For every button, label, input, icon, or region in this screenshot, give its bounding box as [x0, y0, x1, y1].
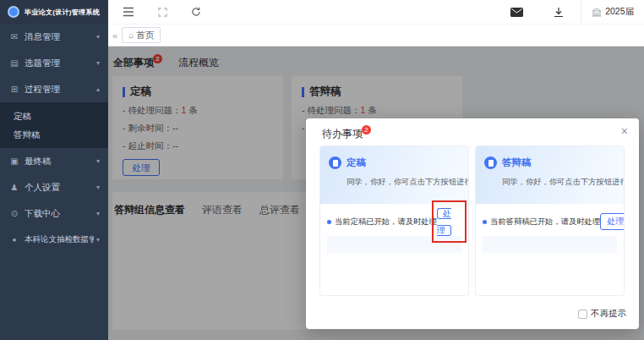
handle-button-final-draft[interactable]: 处理: [437, 208, 451, 236]
sidebar-item-final-version[interactable]: ▣ 最终稿 ▾: [0, 148, 108, 174]
download-circle-icon: ⊙: [8, 209, 20, 218]
refresh-icon: [191, 7, 201, 17]
dont-remind-option[interactable]: 不再提示: [578, 308, 626, 320]
topbar: 2025届: [108, 0, 644, 24]
sidebar-collapse-button[interactable]: [115, 0, 142, 24]
todo-card-header: 答辩稿 同学，你好，你可点击下方按钮进行查看/处理: [476, 146, 624, 204]
tab-home[interactable]: ⌂ 首页: [122, 27, 161, 43]
chevron-down-icon: ▾: [96, 236, 100, 244]
sidebar-item-personal-settings[interactable]: ♟ 个人设置 ▾: [0, 174, 108, 200]
sidebar-item-message[interactable]: ✉ 消息管理 ▾: [0, 24, 108, 50]
app-logo-icon: [8, 6, 19, 18]
hamburger-icon: [123, 7, 134, 17]
tab-home-label: 首页: [136, 30, 154, 41]
download-icon: [554, 7, 564, 18]
todo-card-final-draft: 定稿 同学，你好，你可点击下方按钮进行查看/处理 当前定稿已开始，请及时处理 处…: [319, 145, 469, 296]
data-circle-icon: ●: [8, 236, 20, 244]
document-icon: ▣: [8, 156, 20, 166]
handle-button-defense-draft[interactable]: 处理: [600, 213, 625, 230]
todo-cards: 定稿 同学，你好，你可点击下方按钮进行查看/处理 当前定稿已开始，请及时处理 处…: [319, 145, 625, 296]
chevron-up-icon: ▴: [96, 85, 100, 93]
sidebar-item-download-center[interactable]: ⊙ 下载中心 ▾: [0, 200, 108, 227]
todo-badge: 2: [362, 125, 371, 134]
session-selector[interactable]: 2025届: [581, 0, 644, 24]
empty-list-row: [483, 236, 617, 253]
topic-list-icon: ▤: [8, 58, 20, 68]
sidebar-item-final-draft[interactable]: 定稿: [0, 107, 108, 125]
chevron-down-icon: ▾: [96, 184, 100, 191]
fullscreen-icon: [158, 8, 167, 17]
mail-icon: [510, 8, 523, 17]
app-title: 毕业论文(设计)管理系统: [25, 8, 100, 17]
document-circle-icon: [329, 156, 341, 169]
todo-status-row: 当前定稿已开始，请及时处理 处理: [327, 211, 461, 233]
sidebar-item-topic[interactable]: ▤ 选题管理 ▾: [0, 50, 108, 76]
sidebar-item-thesis-sampling-data[interactable]: ● 本科论文抽检数据管理 ▾: [0, 227, 108, 253]
todo-status-row: 当前答辩稿已开始，请及时处理 处理: [483, 211, 617, 233]
document-circle-icon: [484, 156, 497, 169]
sidebar-submenu-process: 定稿 答辩稿: [0, 102, 108, 148]
chevron-down-icon: ▾: [96, 210, 100, 217]
app-window: 毕业论文(设计)管理系统 ✉ 消息管理 ▾ ▤ 选题管理 ▾ ⊞ 过程管理 ▴ …: [0, 0, 644, 340]
home-icon: ⌂: [128, 30, 134, 40]
todo-card-desc: 同学，你好，你可点击下方按钮进行查看/处理: [502, 177, 615, 188]
empty-list-row: [327, 236, 461, 253]
checkbox-icon[interactable]: [578, 310, 587, 319]
todo-card-header: 定稿 同学，你好，你可点击下方按钮进行查看/处理: [320, 146, 468, 204]
user-icon: ♟: [8, 183, 20, 192]
close-icon[interactable]: ×: [621, 125, 628, 137]
annotation-highlight-box: [432, 200, 467, 243]
sidebar-item-process[interactable]: ⊞ 过程管理 ▴: [0, 76, 108, 102]
dont-remind-label: 不再提示: [591, 308, 626, 320]
todo-modal: 待办事项2 × 定稿 同学，你好，你可点击下方按钮进行查看/处理 当前定稿已开始…: [306, 118, 639, 329]
fullscreen-button[interactable]: [149, 0, 176, 24]
sidebar-item-defense-draft[interactable]: 答辩稿: [0, 125, 108, 144]
todo-card-desc: 同学，你好，你可点击下方按钮进行查看/处理: [347, 177, 460, 188]
session-label: 2025届: [605, 6, 634, 18]
chevron-down-icon: ▾: [96, 33, 100, 41]
chevron-down-icon: ▾: [96, 157, 100, 165]
refresh-button[interactable]: [183, 0, 210, 24]
modal-title: 待办事项2: [322, 127, 372, 141]
process-icon: ⊞: [8, 85, 20, 94]
bullet-dot-icon: [327, 220, 331, 224]
chevron-down-icon: ▾: [96, 59, 100, 67]
todo-card-defense-draft: 答辩稿 同学，你好，你可点击下方按钮进行查看/处理 当前答辩稿已开始，请及时处理…: [475, 145, 625, 296]
page-tabbar: « ⌂ 首页: [108, 24, 644, 47]
message-icon: ✉: [8, 32, 20, 41]
sidebar: 毕业论文(设计)管理系统 ✉ 消息管理 ▾ ▤ 选题管理 ▾ ⊞ 过程管理 ▴ …: [0, 0, 108, 340]
bullet-dot-icon: [483, 220, 487, 224]
mail-button[interactable]: [503, 0, 530, 24]
tabs-collapse-arrow[interactable]: «: [108, 30, 122, 41]
building-icon: [592, 7, 602, 17]
download-button[interactable]: [545, 0, 572, 24]
app-logo: 毕业论文(设计)管理系统: [0, 0, 108, 24]
